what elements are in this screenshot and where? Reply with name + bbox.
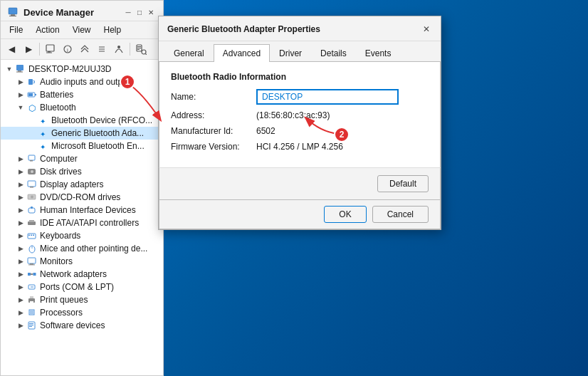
- tree-root[interactable]: ▼ DESKTOP-M2UUJ3D: [1, 63, 163, 75]
- tree-dvd[interactable]: ▶ DVD/CD-ROM drives: [1, 191, 163, 204]
- tree-expand-disk[interactable]: ▶: [15, 166, 26, 177]
- svg-rect-20: [35, 94, 36, 95]
- dm-minimize-btn[interactable]: ─: [123, 7, 133, 17]
- tree-audio[interactable]: ▶ Audio inputs and outputs: [1, 75, 163, 88]
- computer-icon: [15, 63, 26, 75]
- monitor-icon: [26, 256, 38, 267]
- annotation-2: 2: [334, 127, 350, 142]
- tab-events[interactable]: Events: [356, 44, 401, 62]
- toolbar-btn1[interactable]: [43, 41, 58, 57]
- svg-rect-0: [9, 8, 17, 14]
- default-button[interactable]: Default: [377, 175, 429, 192]
- tree-print[interactable]: ▶ Print queues: [1, 293, 163, 306]
- menu-view[interactable]: View: [67, 23, 97, 37]
- tree-bt-device2[interactable]: ✦ Generic Bluetooth Ada...: [1, 127, 163, 140]
- tree-label-keyboards: Keyboards: [40, 231, 80, 241]
- tree-expand-monitors[interactable]: ▶: [15, 256, 26, 267]
- tree-keyboards[interactable]: ▶ Keyboards: [1, 229, 163, 242]
- mouse-icon: [26, 243, 38, 254]
- toolbar-btn3[interactable]: [77, 41, 93, 57]
- tree-expand-dvd[interactable]: ▶: [15, 192, 26, 203]
- dm-maximize-btn[interactable]: □: [135, 7, 145, 17]
- tree-batteries[interactable]: ▶ Batteries: [1, 88, 163, 101]
- tree-ports[interactable]: ▶ Ports (COM & LPT): [1, 281, 163, 293]
- tree-expand-batteries[interactable]: ▶: [15, 89, 26, 100]
- menu-action[interactable]: Action: [30, 23, 65, 37]
- tree-expand-print[interactable]: ▶: [15, 294, 26, 306]
- tree-network[interactable]: ▶ Network adapters: [1, 268, 163, 281]
- tree-software[interactable]: ▶ Software devices: [1, 319, 163, 332]
- tree-label-network: Network adapters: [40, 269, 107, 279]
- svg-rect-44: [28, 258, 36, 263]
- toolbar-back[interactable]: ◀: [4, 41, 19, 57]
- tree-expand-root[interactable]: ▼: [4, 63, 15, 75]
- svg-rect-48: [31, 273, 33, 275]
- field-row-name: Name:: [171, 89, 429, 105]
- tree-bt-device3[interactable]: ✦ Microsoft Bluetooth En...: [1, 140, 163, 152]
- svg-point-13: [142, 50, 146, 54]
- tree-ide[interactable]: ▶ IDE ATA/ATAPI controllers: [1, 216, 163, 229]
- dialog-footer: OK Cancel: [159, 200, 441, 229]
- bt-device-icon1: ✦: [38, 115, 49, 126]
- tree-expand-computer[interactable]: ▶: [15, 153, 26, 164]
- tree-bt-device1[interactable]: ✦ Bluetooth Device (RFCO...: [1, 114, 163, 127]
- tree-computer[interactable]: ▶ Computer: [1, 152, 163, 165]
- tree-mice[interactable]: ▶ Mice and other pointing de...: [1, 242, 163, 255]
- tree-expand-software[interactable]: ▶: [15, 320, 26, 331]
- hid-icon: [26, 204, 38, 216]
- tree-label-mice: Mice and other pointing de...: [40, 244, 147, 254]
- tab-details[interactable]: Details: [311, 44, 356, 62]
- tree-expand-network[interactable]: ▶: [15, 268, 26, 280]
- tree-expand-bluetooth[interactable]: ▼: [15, 102, 26, 113]
- svg-rect-45: [30, 263, 33, 265]
- tree-expand-keyboards[interactable]: ▶: [15, 230, 26, 241]
- tree-bluetooth[interactable]: ▼ ⬡ Bluetooth: [1, 101, 163, 114]
- svg-rect-58: [29, 323, 33, 324]
- svg-rect-46: [28, 265, 35, 266]
- dm-toolbar: ◀ ▶ i: [1, 39, 163, 60]
- tree-label-disk: Disk drives: [40, 167, 82, 177]
- ok-button[interactable]: OK: [324, 206, 366, 223]
- svg-rect-4: [48, 51, 51, 53]
- svg-rect-10: [137, 46, 141, 47]
- dm-menubar: File Action View Help: [1, 21, 163, 39]
- svg-point-33: [31, 196, 33, 199]
- tab-general[interactable]: General: [164, 44, 214, 62]
- tree-expand-bt1: [26, 115, 38, 126]
- toolbar-btn2[interactable]: i: [60, 41, 75, 57]
- tree-disk[interactable]: ▶ Disk drives: [1, 165, 163, 178]
- dvd-icon: [26, 192, 38, 203]
- tree-label-bluetooth: Bluetooth: [40, 103, 76, 113]
- tab-driver[interactable]: Driver: [270, 44, 311, 62]
- tab-advanced[interactable]: Advanced: [214, 44, 270, 62]
- tree-expand-mice[interactable]: ▶: [15, 243, 26, 254]
- toolbar-properties[interactable]: [133, 41, 149, 57]
- toolbar-btn4[interactable]: [94, 41, 110, 57]
- device-manager-window: Device Manager ─ □ ✕ File Action View He…: [0, 0, 164, 376]
- tree-expand-ide[interactable]: ▶: [15, 217, 26, 229]
- svg-rect-16: [18, 70, 21, 72]
- tree-monitors[interactable]: ▶ Monitors: [1, 255, 163, 268]
- toolbar-forward[interactable]: ▶: [21, 41, 36, 57]
- tree-expand-ports[interactable]: ▶: [15, 281, 26, 293]
- tree-display[interactable]: ▶ Display adapters: [1, 178, 163, 191]
- tree-expand-display[interactable]: ▶: [15, 179, 26, 190]
- toolbar-btn5[interactable]: [111, 41, 127, 57]
- menu-file[interactable]: File: [4, 23, 28, 37]
- tree-label-computer: Computer: [40, 154, 78, 164]
- field-row-manufacturer: Manufacturer Id: 6502: [171, 126, 429, 136]
- field-input-name[interactable]: [256, 89, 399, 105]
- svg-rect-39: [28, 235, 30, 236]
- tree-expand-hid[interactable]: ▶: [15, 204, 26, 216]
- tree-expand-audio[interactable]: ▶: [15, 76, 26, 88]
- ide-icon: [26, 217, 38, 229]
- tree-hid[interactable]: ▶ Human Interface Devices: [1, 204, 163, 216]
- dialog-close-btn[interactable]: ✕: [419, 22, 434, 36]
- cancel-button[interactable]: Cancel: [372, 206, 429, 223]
- tree-expand-processors[interactable]: ▶: [15, 307, 26, 318]
- dm-close-btn[interactable]: ✕: [146, 7, 156, 17]
- tree-processors[interactable]: ▶ Processors: [1, 306, 163, 319]
- menu-help[interactable]: Help: [98, 23, 127, 37]
- tree-label-hid: Human Interface Devices: [40, 205, 136, 215]
- tree-label-processors: Processors: [40, 308, 83, 318]
